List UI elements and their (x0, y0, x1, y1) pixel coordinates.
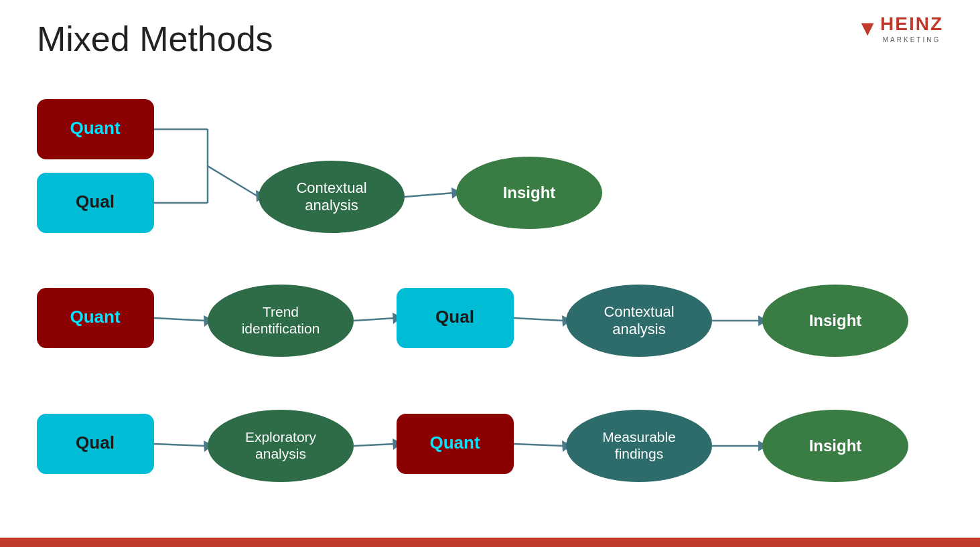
svg-marker-12 (562, 315, 571, 327)
svg-line-9 (354, 318, 395, 321)
svg-rect-49 (397, 414, 514, 474)
svg-marker-6 (451, 187, 461, 199)
svg-text:Contextual: Contextual (296, 179, 366, 196)
svg-text:Contextual: Contextual (604, 303, 674, 320)
logo: ▼ HEINZ MARKETING (857, 13, 943, 44)
svg-text:Quant: Quant (429, 433, 480, 453)
svg-line-5 (405, 193, 454, 197)
svg-marker-18 (393, 439, 402, 450)
svg-line-11 (514, 318, 565, 321)
page-title: Mixed Methods (37, 19, 273, 59)
svg-rect-44 (37, 414, 154, 474)
svg-text:Quant: Quant (70, 307, 120, 327)
svg-marker-14 (758, 315, 768, 326)
svg-text:Exploratory: Exploratory (245, 429, 317, 445)
svg-text:analysis: analysis (305, 197, 358, 214)
svg-marker-4 (256, 190, 265, 202)
svg-rect-32 (37, 288, 154, 348)
svg-point-39 (566, 285, 712, 357)
svg-point-51 (566, 410, 712, 482)
svg-line-19 (514, 444, 565, 446)
svg-rect-37 (397, 288, 514, 348)
svg-marker-10 (393, 313, 402, 324)
svg-line-15 (154, 444, 206, 446)
logo-subtitle: MARKETING (880, 36, 943, 44)
svg-line-7 (154, 318, 206, 321)
svg-text:Qual: Qual (76, 191, 115, 212)
logo-name: HEINZ (880, 13, 943, 35)
svg-text:Quant: Quant (70, 118, 120, 138)
svg-rect-23 (37, 99, 154, 159)
bottom-bar (0, 538, 980, 547)
svg-rect-25 (37, 173, 154, 233)
svg-point-27 (259, 161, 405, 233)
svg-line-3 (208, 166, 259, 197)
diagram-svg: Quant Qual Contextual analysis Insight Q… (0, 0, 980, 547)
svg-text:analysis: analysis (255, 446, 306, 461)
svg-text:Qual: Qual (435, 307, 474, 327)
svg-text:analysis: analysis (612, 321, 665, 337)
svg-text:Insight: Insight (809, 311, 862, 329)
svg-line-17 (354, 444, 395, 446)
svg-text:findings: findings (615, 446, 663, 461)
svg-point-34 (208, 285, 354, 357)
svg-text:Insight: Insight (809, 437, 862, 455)
svg-point-42 (762, 285, 908, 357)
svg-marker-16 (204, 441, 213, 452)
svg-point-46 (208, 410, 354, 482)
svg-point-30 (456, 157, 602, 229)
svg-text:Trend: Trend (263, 304, 299, 319)
logo-icon: ▼ (857, 16, 878, 41)
svg-point-54 (762, 410, 908, 482)
svg-marker-22 (758, 441, 768, 451)
svg-text:Insight: Insight (503, 183, 556, 202)
svg-text:identification: identification (242, 321, 320, 336)
svg-text:Qual: Qual (76, 433, 115, 453)
svg-text:Measurable: Measurable (602, 429, 676, 445)
svg-marker-20 (562, 441, 571, 452)
svg-marker-8 (204, 315, 213, 327)
